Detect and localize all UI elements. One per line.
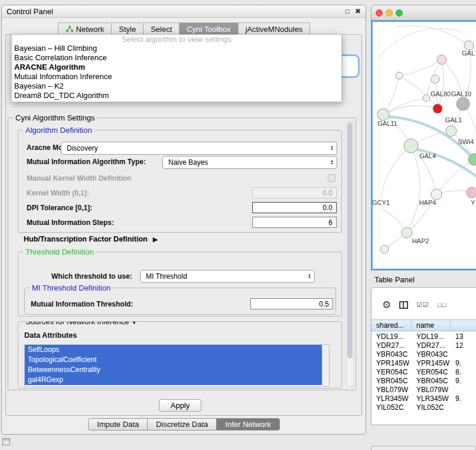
threshold-definition-group: Threshold Definition Which threshold to … xyxy=(18,252,342,317)
tab-infer-network[interactable]: Infer Network xyxy=(216,418,279,431)
algorithm-option[interactable]: ARACNE Algorithm xyxy=(12,63,341,72)
tab-style[interactable]: Style xyxy=(111,22,144,35)
aracne-mode-select[interactable]: Discovery ▲▼ xyxy=(61,142,337,155)
network-edge[interactable] xyxy=(379,28,461,57)
settings-group-title: Cyni Algorithm Settings xyxy=(13,113,97,122)
network-node[interactable] xyxy=(446,126,457,136)
algorithm-option[interactable]: Basic Correlation Inference xyxy=(12,53,341,63)
network-node[interactable] xyxy=(431,75,439,83)
select-all-icon[interactable]: ☑☑ xyxy=(416,301,429,309)
column-header-shared-name[interactable]: shared... xyxy=(371,320,412,331)
algorithm-dropdown-popup: Select algorithm to view settings Bayesi… xyxy=(11,34,342,102)
chevron-updown-icon: ▲▼ xyxy=(330,145,334,151)
node-label: GAL1 xyxy=(445,116,462,123)
table-row[interactable]: YBL079WYBL079W xyxy=(371,385,476,394)
column-header-extra[interactable] xyxy=(451,320,476,331)
minimize-traffic-light-icon[interactable] xyxy=(386,9,393,17)
close-traffic-light-icon[interactable] xyxy=(376,9,383,17)
threshold-definition-title: Threshold Definition xyxy=(23,247,96,256)
table-cell: YBR043C xyxy=(371,350,412,358)
mi-algorithm-type-select[interactable]: Naive Bayes ▲▼ xyxy=(162,156,337,169)
network-node[interactable] xyxy=(380,245,389,253)
network-node[interactable] xyxy=(457,97,470,110)
table-row[interactable]: YPR145WYPR145W9. xyxy=(371,358,476,367)
mi-threshold-input[interactable]: 0.5 xyxy=(250,298,333,309)
table-cell: 9. xyxy=(451,394,476,403)
network-node[interactable] xyxy=(464,41,474,50)
network-view-window: GAL80GAL10GAL11GAL1SWI4GAL4GCY1HAP4HAP2G… xyxy=(371,5,476,270)
attribute-list-item[interactable]: SelfLoops xyxy=(25,345,322,355)
apply-button[interactable]: Apply xyxy=(159,399,201,412)
control-panel-titlebar[interactable]: Control Panel □ ✖ xyxy=(2,5,366,18)
network-edge[interactable] xyxy=(383,98,426,115)
close-window-icon[interactable]: ✖ xyxy=(355,7,361,15)
kernel-width-input[interactable]: 0.0 xyxy=(252,187,337,198)
attributes-list-scrollbar[interactable] xyxy=(322,345,329,386)
network-edge[interactable] xyxy=(438,60,444,109)
settings-scrollbar[interactable] xyxy=(346,120,354,387)
manual-kernel-width-label: Manual Kernel Width Definition xyxy=(27,174,131,182)
minimized-panel-icon[interactable] xyxy=(2,438,10,445)
collapse-down-icon[interactable]: ▼ xyxy=(131,321,137,325)
table-row[interactable]: YBR043CYBR043C xyxy=(371,350,476,358)
network-node[interactable] xyxy=(377,109,389,120)
zoom-traffic-light-icon[interactable] xyxy=(396,9,403,17)
sources-title-text: Sources for Network Inference xyxy=(25,321,129,326)
table-cell: YLR345W xyxy=(412,394,451,403)
network-node[interactable] xyxy=(396,72,403,79)
tab-network[interactable]: Network xyxy=(58,22,112,35)
network-node[interactable] xyxy=(433,104,442,113)
column-header-name[interactable]: name xyxy=(412,320,451,331)
tab-cyni-toolbox[interactable]: Cyni Toolbox xyxy=(179,22,238,35)
tab-label: jActiveMNodules xyxy=(246,25,303,34)
dpi-tolerance-input[interactable]: 0.0 xyxy=(252,202,337,213)
table-row[interactable]: YLR345WYLR345W9. xyxy=(371,394,476,403)
algorithm-option[interactable]: Bayesian – Hill Climbing xyxy=(12,44,341,53)
attribute-list-item[interactable]: gal4RGexp xyxy=(25,375,322,385)
attribute-list-item[interactable]: TopologicalCoefficient xyxy=(25,355,322,365)
tab-jactivemnodules[interactable]: jActiveMNodules xyxy=(238,22,311,35)
manual-kernel-width-checkbox[interactable] xyxy=(328,174,335,182)
table-toolbar: ⚙ ☑☑ □□ xyxy=(371,296,476,314)
data-attributes-label: Data Attributes xyxy=(24,331,77,340)
network-edge[interactable] xyxy=(399,60,442,76)
table-row[interactable]: YER054CYER054C8. xyxy=(371,367,476,376)
tab-label: Select xyxy=(151,25,172,34)
bottom-tab-bar: Impute Data Discretize Data Infer Networ… xyxy=(2,418,366,431)
network-canvas[interactable]: GAL80GAL10GAL11GAL1SWI4GAL4GCY1HAP4HAP2G… xyxy=(371,20,476,270)
network-node[interactable] xyxy=(423,94,430,102)
network-node[interactable] xyxy=(467,187,476,198)
scrollbar-thumb[interactable] xyxy=(347,122,353,358)
tab-discretize-data[interactable]: Discretize Data xyxy=(147,418,217,431)
data-attributes-list[interactable]: SelfLoopsTopologicalCoefficientBetweenne… xyxy=(24,344,330,387)
select-none-icon[interactable]: □□ xyxy=(438,301,446,308)
table-cell: YBR043C xyxy=(412,350,451,358)
float-window-icon[interactable]: □ xyxy=(345,7,350,15)
algorithm-option[interactable]: Mutual Information Inference xyxy=(12,72,341,81)
table-row[interactable]: YBR045CYBR045C9. xyxy=(371,376,476,385)
network-node[interactable] xyxy=(437,55,446,64)
mi-steps-input[interactable]: 6 xyxy=(252,217,337,228)
tab-impute-data[interactable]: Impute Data xyxy=(88,418,148,431)
table-row[interactable]: YDR27...YDR27...12 xyxy=(371,341,476,350)
network-edge[interactable] xyxy=(381,146,411,199)
table-cell: 12 xyxy=(451,341,476,350)
aracne-mode-value: Discovery xyxy=(67,144,330,152)
expand-right-icon[interactable]: ▶ xyxy=(153,236,158,243)
node-label: GAL11 xyxy=(377,120,397,127)
algorithm-option[interactable]: Bayesian – K2 xyxy=(12,81,341,91)
network-node[interactable] xyxy=(404,139,418,153)
tab-select[interactable]: Select xyxy=(143,22,180,35)
columns-icon[interactable] xyxy=(399,301,408,309)
algorithm-option[interactable]: Dream8 DC_TDC Algorithm xyxy=(12,91,341,100)
attribute-list-item[interactable]: BetweennessCentrality xyxy=(25,365,322,375)
hub-transcription-factor-section[interactable]: Hub/Transcription Factor Definition ▶ xyxy=(24,235,158,243)
network-node[interactable] xyxy=(431,189,442,200)
which-threshold-select[interactable]: MI Threshold ▲▼ xyxy=(140,270,315,283)
network-edge[interactable] xyxy=(407,146,420,233)
gear-icon[interactable]: ⚙ xyxy=(382,299,391,311)
network-node[interactable] xyxy=(402,227,412,238)
table-row[interactable]: YDL19...YDL19...13 xyxy=(371,332,476,341)
table-row[interactable]: YIL052CYIL052C xyxy=(371,403,476,412)
network-window-titlebar[interactable] xyxy=(371,5,476,20)
